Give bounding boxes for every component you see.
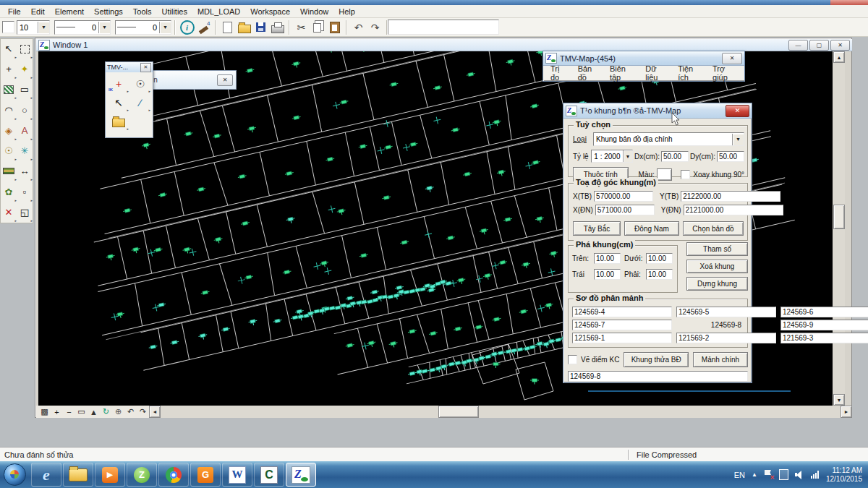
close-icon[interactable]: ✕ bbox=[140, 63, 151, 72]
window-area-icon[interactable]: ▭ bbox=[75, 406, 88, 418]
scroll-up-button[interactable]: ▲ bbox=[833, 51, 845, 63]
ie-icon[interactable]: e bbox=[31, 463, 61, 487]
tmv-menu-item[interactable]: Dữ liệu bbox=[641, 64, 673, 82]
clock[interactable]: 11:12 AM 12/10/2015 bbox=[826, 466, 862, 484]
keyin-input[interactable] bbox=[388, 20, 499, 35]
menu-item-workspace[interactable]: Workspace bbox=[245, 7, 295, 17]
xoa-khung-button[interactable]: Xoá khung bbox=[686, 260, 748, 273]
save-icon[interactable] bbox=[252, 20, 269, 35]
foxit-icon[interactable]: G bbox=[190, 463, 221, 487]
c-app-icon[interactable]: C bbox=[254, 463, 284, 487]
language-indicator[interactable]: EN bbox=[734, 471, 745, 479]
place-text-icon[interactable]: A bbox=[17, 121, 33, 140]
tmv-app-icon[interactable]: Z bbox=[286, 463, 316, 487]
scroll-right-button[interactable]: ► bbox=[841, 406, 852, 418]
change-attributes-icon[interactable]: ▫ bbox=[17, 182, 33, 202]
line-style-combo[interactable]: 0 ▼ bbox=[115, 20, 171, 35]
point-star-icon[interactable]: ✳ bbox=[17, 141, 33, 160]
ydn-input[interactable] bbox=[684, 205, 783, 215]
tyle-combo[interactable]: 1 : 2000 ▼ bbox=[591, 150, 633, 163]
scroll-left-button[interactable]: ◄ bbox=[149, 406, 161, 418]
menu-item-help[interactable]: Help bbox=[333, 7, 360, 17]
line-weight-combo[interactable]: 0 ▼ bbox=[54, 20, 111, 35]
chevron-down-icon[interactable]: ▼ bbox=[38, 22, 49, 33]
new-file-icon[interactable] bbox=[219, 20, 236, 35]
vertical-scrollbar[interactable]: ▲ ▼ bbox=[833, 51, 845, 406]
maximize-button[interactable]: ▢ bbox=[809, 40, 829, 51]
manh-cell[interactable] bbox=[572, 307, 672, 317]
place-circle-icon[interactable]: ○ bbox=[17, 100, 33, 120]
menu-item-file[interactable]: File bbox=[3, 7, 26, 17]
app-close-button[interactable] bbox=[830, 0, 868, 5]
app-titlebar[interactable] bbox=[0, 0, 868, 5]
tmv-menu-item[interactable]: Bản đồ bbox=[574, 64, 605, 82]
select-tool-icon[interactable]: ↖ bbox=[108, 93, 129, 112]
undo-icon[interactable]: ↶ bbox=[350, 20, 367, 35]
horizontal-scroll-thumb[interactable] bbox=[438, 406, 479, 418]
word-icon[interactable]: W bbox=[222, 463, 252, 487]
chevron-down-icon[interactable]: ▼ bbox=[623, 150, 632, 162]
network-icon[interactable] bbox=[811, 468, 820, 481]
manh-input[interactable] bbox=[568, 371, 748, 382]
open-file-icon[interactable] bbox=[236, 20, 252, 35]
xtb-input[interactable] bbox=[594, 191, 653, 202]
close-icon[interactable]: ✕ bbox=[722, 53, 742, 64]
horizontal-scrollbar[interactable]: ◄ ► bbox=[149, 406, 852, 418]
tham-so-button[interactable]: Tham số bbox=[686, 242, 748, 256]
ytb-input[interactable] bbox=[681, 191, 780, 202]
manh-cell[interactable] bbox=[780, 307, 868, 317]
view-next-icon[interactable]: ↷ bbox=[137, 406, 149, 418]
clipboard-tray-icon[interactable] bbox=[779, 469, 788, 480]
menu-item-mdl_load[interactable]: MDL_LOAD bbox=[192, 7, 245, 17]
zoom-in-icon[interactable]: + bbox=[51, 406, 63, 418]
construct-line-icon[interactable]: ✦ bbox=[17, 59, 33, 79]
dialog-titlebar[interactable]: Z T¹o khung b¶n ®å-TMV-Map ✕ bbox=[563, 103, 752, 119]
chevron-down-icon[interactable]: ▼ bbox=[159, 22, 171, 33]
action-center-icon[interactable] bbox=[764, 470, 773, 479]
chon-ban-do-button[interactable]: Chọn bản đồ bbox=[683, 221, 744, 236]
start-button[interactable] bbox=[4, 463, 26, 486]
zoom-out-icon[interactable]: − bbox=[63, 406, 75, 418]
update-view-icon[interactable]: ▩ bbox=[38, 406, 51, 418]
dimension-icon[interactable]: ↔ bbox=[17, 161, 33, 181]
manh-cell[interactable] bbox=[572, 320, 672, 330]
delete-element-icon[interactable]: ✕ bbox=[1, 202, 17, 222]
multiline-icon[interactable] bbox=[1, 161, 17, 181]
cut-icon[interactable]: ✂ bbox=[293, 20, 310, 35]
manh-cell[interactable] bbox=[780, 333, 868, 343]
tmv-menu-item[interactable]: Tiện ích bbox=[673, 64, 708, 82]
menu-item-element[interactable]: Element bbox=[50, 7, 89, 17]
info-icon[interactable]: i bbox=[179, 20, 195, 35]
measure-icon[interactable]: ◱ bbox=[17, 202, 33, 222]
manh-cell[interactable] bbox=[676, 333, 776, 343]
mau-swatch[interactable] bbox=[657, 168, 673, 181]
trai-input[interactable] bbox=[594, 269, 621, 280]
tray-expand-icon[interactable]: ▲ bbox=[752, 471, 757, 478]
xdn-input[interactable] bbox=[595, 205, 655, 215]
manh-cell[interactable] bbox=[676, 307, 776, 317]
copy-icon[interactable] bbox=[310, 20, 326, 35]
manh-cell[interactable] bbox=[572, 333, 672, 343]
loai-combo[interactable]: Khung bản đồ địa chính ▼ bbox=[593, 132, 744, 146]
duoi-input[interactable] bbox=[646, 253, 673, 264]
lamp-tool-icon[interactable]: ☉ bbox=[129, 74, 151, 93]
media-player-icon[interactable]: ▶ bbox=[95, 463, 125, 487]
snap-point-icon[interactable]: + bbox=[1, 59, 17, 79]
scroll-down-button[interactable]: ▼ bbox=[833, 394, 845, 406]
redo-icon[interactable]: ↷ bbox=[367, 20, 383, 35]
hatch-pattern-icon[interactable] bbox=[1, 80, 17, 99]
menu-item-tools[interactable]: Tools bbox=[128, 7, 157, 17]
close-icon[interactable]: ✕ bbox=[217, 74, 233, 86]
chrome-icon[interactable] bbox=[158, 463, 189, 487]
khung-thua-bd-button[interactable]: Khung thửa BĐ bbox=[624, 352, 689, 367]
menu-item-utilities[interactable]: Utilities bbox=[157, 7, 192, 17]
element-selection-icon[interactable]: ↖ bbox=[1, 39, 17, 59]
print-icon[interactable] bbox=[269, 20, 286, 35]
volume-icon[interactable] bbox=[795, 470, 804, 479]
lamp-icon[interactable]: ☉ bbox=[1, 141, 17, 160]
tmv-palette-titlebar[interactable]: TMV-... ✕ bbox=[106, 62, 153, 72]
color-swatch[interactable] bbox=[2, 21, 14, 33]
view-previous-icon[interactable]: ↶ bbox=[124, 406, 137, 418]
vertical-scroll-thumb[interactable] bbox=[833, 205, 845, 229]
dong-nam-button[interactable]: Đông Nam bbox=[624, 221, 679, 236]
